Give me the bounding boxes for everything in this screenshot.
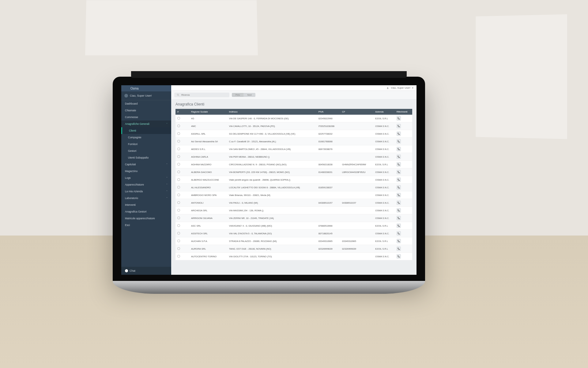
phone-icon — [397, 201, 400, 204]
row-radio[interactable] — [177, 224, 180, 227]
row-radio[interactable] — [177, 125, 180, 127]
sidebar-item-apparecchiature[interactable]: Apparecchiature˅ — [121, 181, 171, 188]
table-row[interactable]: A3GRILL SRLSS DELSEMPIONE KM 117+490 - 0… — [175, 130, 412, 138]
row-radio[interactable] — [177, 201, 180, 204]
table-row[interactable]: AGHINA NAZZAROCIRCONVALLAZIONE N. 9 - 28… — [175, 161, 412, 168]
row-radio[interactable] — [177, 148, 180, 150]
table-row[interactable]: AMBROGIO MORO SPAViale Brianza, 99/101 -… — [175, 191, 412, 199]
sidebar-item-dashboard[interactable]: Dashboard — [121, 100, 171, 107]
phone-button[interactable] — [397, 139, 401, 144]
sidebar-item-commesse[interactable]: Commesse — [121, 114, 171, 121]
sidebar-item-interventi[interactable]: Interventi — [121, 201, 171, 208]
sidebar-item-la-mia-azienda[interactable]: La mia Azienda˅ — [121, 188, 171, 195]
row-radio[interactable] — [177, 217, 180, 219]
row-radio[interactable] — [177, 155, 180, 158]
row-index — [182, 222, 189, 230]
sidebar-item-gestori[interactable]: Gestori — [121, 148, 171, 154]
table-row[interactable]: Aci Servizi Alessandria SrlC.so F. Caval… — [175, 138, 412, 145]
phone-button[interactable] — [397, 185, 401, 190]
phone-button[interactable] — [397, 231, 401, 236]
phone-button[interactable] — [397, 155, 401, 159]
phone-button[interactable] — [397, 247, 401, 251]
sidebar-item-esci[interactable]: Esci — [121, 222, 171, 228]
sidebar-item-anagrafica-gestori[interactable]: Anagrafica Gestori — [121, 208, 171, 215]
col-header[interactable]: PIVA — [317, 109, 340, 115]
sidebar-item-anagrafiche-generali[interactable]: Anagrafiche Generali˄ — [121, 121, 171, 127]
cell-piva: 01681780068 — [317, 138, 340, 145]
sidebar-item-clienti[interactable]: Clienti — [121, 127, 171, 134]
row-radio[interactable] — [177, 186, 180, 189]
table-row[interactable]: ALBERA GIACOMOVIA BONIPERTI (SS. 229 KM … — [175, 168, 412, 176]
sidebar-item-capitolati[interactable]: Capitolati˅ — [121, 161, 171, 168]
col-header[interactable]: # — [175, 109, 182, 115]
table-row[interactable]: 4MCVIA CAVALLOTTI, 10 - 35124, PADOVA (P… — [175, 122, 412, 130]
phone-button[interactable] — [397, 178, 401, 182]
table-row[interactable]: AURORA SRLTANG. EST DUE - 28100, NOVARA … — [175, 245, 412, 253]
cell-ragione: AURORA SRL — [189, 245, 227, 253]
row-radio[interactable] — [177, 240, 180, 242]
row-radio[interactable] — [177, 140, 180, 143]
pill-next[interactable]: Next — [243, 93, 255, 97]
col-header[interactable]: Azienda — [373, 109, 394, 115]
table-row[interactable]: ASC SRLVIAVIGANO' 4 - 0, GIUSSANO (MB) (… — [175, 222, 412, 230]
table-row[interactable]: ANTONIOLIVIA PAOLI - 0, MILANO (MI)04308… — [175, 199, 412, 207]
pill-prev[interactable]: Prev — [232, 93, 243, 97]
topbar-user-label[interactable]: Ciao, Super User! — [391, 86, 410, 89]
phone-button[interactable] — [397, 162, 401, 167]
row-radio[interactable] — [177, 163, 180, 166]
sidebar-item-utenti-subappalto[interactable]: Utenti Subappalto — [121, 154, 171, 161]
row-radio[interactable] — [177, 117, 180, 120]
sidebar-item-chiamate[interactable]: Chiamate — [121, 107, 171, 114]
phone-button[interactable] — [397, 239, 401, 243]
table-row[interactable]: AGHINA CARLAVIA PER MEINA - 28010, NEBBI… — [175, 153, 412, 161]
phone-button[interactable] — [397, 193, 401, 197]
col-header[interactable] — [182, 109, 189, 115]
cell-azienda: E2OIL S.R.L — [373, 161, 394, 168]
search-input[interactable] — [181, 94, 227, 96]
sidebar-item-fornitori[interactable]: Fornitori — [121, 141, 171, 148]
table-row[interactable]: AUTOCENTRO TORINOVIA GIOLITTI 27/A - 101… — [175, 253, 412, 260]
table-row[interactable]: AUCHAN S.P.A.STRADA 8 PALAZZO - 20089, R… — [175, 237, 412, 245]
sidebar-item-magazzino[interactable]: Magazzino — [121, 168, 171, 174]
col-header[interactable]: Riferimenti — [395, 109, 412, 115]
row-radio[interactable] — [177, 132, 180, 135]
phone-button[interactable] — [397, 201, 401, 205]
phone-button[interactable] — [397, 116, 401, 121]
cell-azienda: E2OIL S.R.L — [373, 222, 394, 230]
cell-cf — [340, 230, 373, 237]
col-header[interactable]: Indirizzo — [227, 109, 317, 115]
sidebar-user[interactable]: Ciao, Super User! — [121, 91, 171, 100]
row-radio[interactable] — [177, 255, 180, 258]
phone-button[interactable] — [397, 254, 401, 259]
phone-button[interactable] — [397, 224, 401, 228]
table-row[interactable]: ARCHEGA SRLVIA MASSIMI,154 - 136, ROMA (… — [175, 207, 412, 214]
phone-button[interactable] — [397, 208, 401, 213]
table-row[interactable]: ALI ALESSANDROLOCALITA' LAGHETTO DEI SOG… — [175, 184, 412, 191]
phone-button[interactable] — [397, 170, 401, 174]
table-row[interactable]: ASSITECH SRLVIA VAL D'AOSTA 5 - 0, TALAM… — [175, 230, 412, 237]
row-radio[interactable] — [177, 171, 180, 173]
table-row[interactable]: 4GVIA DE GASPERI 148 - 0, FERRADA DI MOC… — [175, 115, 412, 122]
col-header[interactable]: CF — [340, 109, 373, 115]
sidebar-item-logs[interactable]: Logs˅ — [121, 174, 171, 181]
chat-button[interactable]: Chat — [121, 267, 171, 275]
row-radio[interactable] — [177, 247, 180, 250]
row-radio[interactable] — [177, 232, 180, 235]
phone-button[interactable] — [397, 216, 401, 220]
sidebar-item-laboratorio[interactable]: Laboratorio˅ — [121, 195, 171, 201]
sidebar-item-matricole-apparecchiature[interactable]: Matricole apparecchiature — [121, 215, 171, 222]
row-radio[interactable] — [177, 194, 180, 196]
phone-button[interactable] — [397, 132, 401, 136]
row-radio[interactable] — [177, 209, 180, 212]
table-row[interactable]: AEDES S.R.L.VIA SAN BARTOLOMEO ,45 - 288… — [175, 145, 412, 153]
phone-button[interactable] — [397, 124, 401, 128]
chevron-down-icon[interactable]: ▾ — [412, 87, 413, 89]
cell-actions — [395, 184, 412, 191]
cell-azienda: OSMA S.N.C. — [373, 191, 394, 199]
col-header[interactable]: Ragione Sociale — [189, 109, 227, 115]
table-row[interactable]: ALBERGO MAZZUCCONEViale peretti angolo v… — [175, 176, 412, 184]
table-row[interactable]: ARRIGONI SILVANAVIA ZERINI NR. 10 - 2104… — [175, 214, 412, 222]
sidebar-item-compagnie[interactable]: Compagnie — [121, 134, 171, 141]
phone-button[interactable] — [397, 147, 401, 151]
row-radio[interactable] — [177, 178, 180, 181]
